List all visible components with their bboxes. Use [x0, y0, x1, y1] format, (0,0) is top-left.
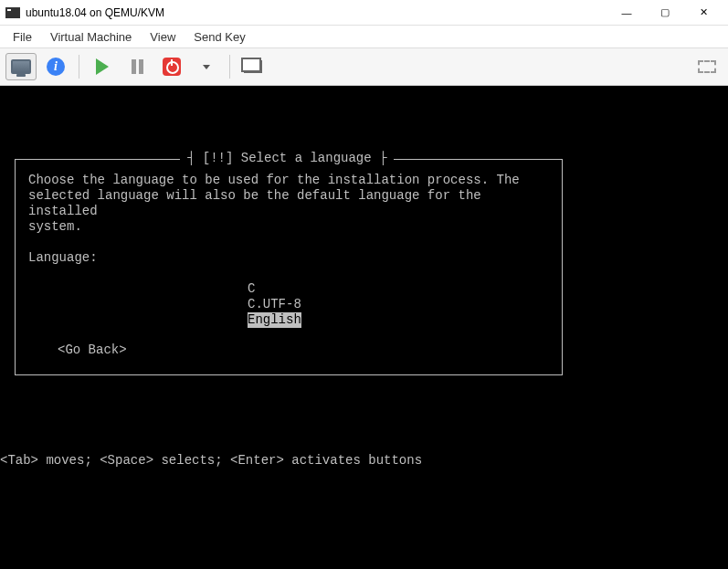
go-back-button[interactable]: <Go Back> — [58, 342, 549, 358]
window-titlebar: ubuntu18.04 on QEMU/KVM ― ▢ ✕ — [0, 0, 728, 26]
chevron-down-icon — [203, 65, 210, 69]
app-icon — [5, 7, 20, 18]
fullscreen-icon — [698, 60, 716, 73]
language-option-cutf8[interactable]: C.UTF-8 — [248, 297, 549, 312]
dialog-prompt: Language: — [28, 250, 549, 266]
dialog-title: ┤ [!!] Select a language ├ — [180, 151, 394, 166]
toolbar-separator — [79, 55, 79, 79]
menu-view[interactable]: View — [141, 27, 185, 47]
snapshots-button[interactable] — [237, 53, 269, 80]
window-title: ubuntu18.04 on QEMU/KVM — [26, 6, 607, 19]
vm-console[interactable]: ┤ [!!] Select a language ├ Choose the la… — [0, 86, 728, 569]
toolbar-separator — [229, 55, 230, 79]
dialog-instructions: Choose the language to be used for the i… — [28, 173, 549, 235]
close-button[interactable]: ✕ — [684, 1, 723, 25]
menubar: File Virtual Machine View Send Key — [0, 26, 728, 47]
installer-dialog: ┤ [!!] Select a language ├ Choose the la… — [15, 159, 563, 375]
language-option-english[interactable]: English — [248, 312, 301, 328]
help-line: <Tab> moves; <Space> selects; <Enter> ac… — [0, 453, 422, 469]
details-view-button[interactable]: i — [40, 53, 71, 80]
toolbar: i — [0, 47, 728, 86]
shutdown-button[interactable] — [156, 53, 187, 80]
minimize-button[interactable]: ― — [607, 1, 646, 25]
fullscreen-button[interactable] — [691, 53, 723, 80]
language-list: C C.UTF-8 English — [248, 281, 549, 328]
run-button[interactable] — [87, 53, 118, 80]
menu-virtual-machine[interactable]: Virtual Machine — [41, 27, 141, 47]
window-controls: ― ▢ ✕ — [607, 1, 723, 25]
menu-file[interactable]: File — [4, 27, 41, 47]
maximize-button[interactable]: ▢ — [646, 1, 684, 25]
snapshot-icon — [244, 60, 262, 73]
pause-button[interactable] — [121, 53, 153, 80]
console-view-button[interactable] — [5, 53, 37, 80]
pause-icon — [132, 59, 143, 74]
monitor-icon — [11, 59, 31, 74]
play-icon — [96, 58, 109, 75]
dialog-title-text: [!!] Select a language — [203, 151, 372, 165]
shutdown-menu-button[interactable] — [191, 53, 222, 80]
language-option-c[interactable]: C — [248, 281, 549, 297]
info-icon: i — [47, 58, 65, 76]
power-icon — [163, 58, 181, 76]
menu-send-key[interactable]: Send Key — [185, 27, 254, 47]
